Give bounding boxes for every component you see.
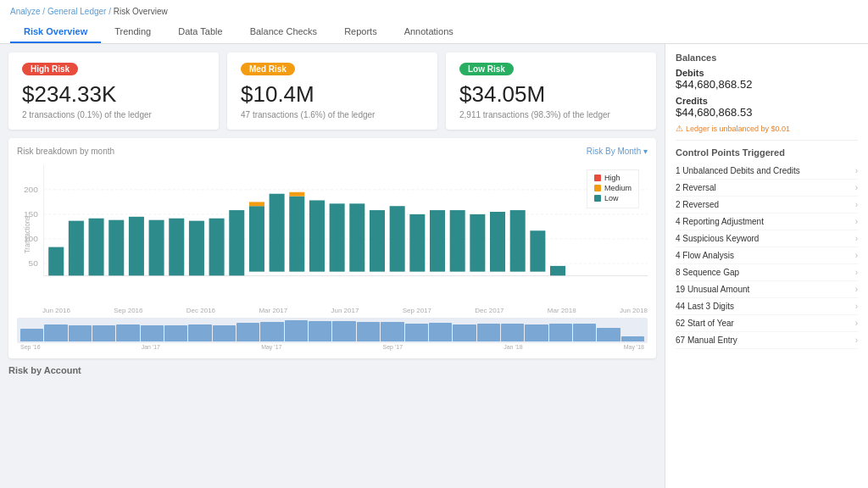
svg-rect-36 [530, 230, 545, 271]
cp-flow[interactable]: 4 Flow Analysis › [676, 247, 858, 264]
control-points-list: 1 Unbalanced Debits and Credits › 2 Reve… [676, 163, 858, 349]
main-content: High Risk $234.33K 2 transactions (0.1%)… [0, 44, 868, 488]
x-label-4: Jun 2017 [331, 307, 359, 314]
credits-value: $44,680,868.53 [676, 106, 858, 119]
control-points-title: Control Points Triggered [676, 147, 858, 158]
x-label-3: Mar 2017 [259, 307, 287, 314]
svg-rect-24 [289, 191, 304, 196]
mini-bar [309, 321, 331, 341]
sidebar-divider [676, 140, 858, 141]
legend-low-label: Low [604, 194, 619, 202]
cp-unbalanced[interactable]: 1 Unbalanced Debits and Credits › [676, 163, 858, 180]
svg-rect-20 [249, 206, 264, 271]
svg-rect-12 [89, 218, 104, 275]
svg-rect-17 [189, 220, 204, 275]
x-label-6: Dec 2017 [475, 307, 504, 314]
low-risk-desc: 2,911 transactions (98.3%) of the ledger [459, 110, 643, 119]
cp-reporting[interactable]: 4 Reporting Adjustment › [676, 214, 858, 230]
cp-reporting-arrow: › [855, 217, 858, 226]
x-label-0: Jun 2016 [42, 307, 70, 314]
debits-row: Debits $44,680,868.52 [676, 68, 858, 91]
svg-rect-35 [510, 210, 526, 272]
svg-rect-15 [149, 219, 164, 275]
credits-label: Credits [676, 96, 858, 106]
svg-rect-32 [450, 210, 465, 272]
mini-bar [260, 322, 283, 341]
high-risk-badge: High Risk [22, 63, 78, 75]
tab-reports[interactable]: Reports [331, 21, 391, 43]
mini-x-labels: Sep '16 Jan '17 May '17 Sep '17 Jan '18 … [17, 343, 648, 350]
mini-bar [357, 322, 380, 341]
cp-unusual[interactable]: 19 Unusual Amount › [676, 281, 858, 298]
svg-rect-31 [430, 210, 445, 272]
svg-rect-28 [370, 210, 385, 272]
cp-reversal-label: 2 Reversal [676, 183, 716, 192]
bar-chart-svg: 200 150 100 50 Transactions [17, 161, 648, 288]
cp-start-year[interactable]: 62 Start of Year › [676, 315, 858, 332]
cp-manual-label: 67 Manual Entry [676, 336, 737, 345]
breadcrumb-general-ledger[interactable]: General Ledger [47, 7, 107, 16]
mini-bar [381, 322, 403, 341]
med-risk-desc: 47 transactions (1.6%) of the ledger [241, 110, 424, 119]
svg-rect-25 [309, 200, 325, 271]
x-label-1: Sep 2016 [114, 307, 142, 314]
cp-reporting-label: 4 Reporting Adjustment [676, 217, 764, 226]
cp-keyword[interactable]: 4 Suspicious Keyword › [676, 230, 858, 247]
cp-reversal[interactable]: 2 Reversal › [676, 180, 858, 197]
svg-rect-16 [169, 218, 184, 275]
cp-sequence[interactable]: 8 Sequence Gap › [676, 264, 858, 281]
cp-last3-label: 44 Last 3 Digits [676, 302, 734, 311]
chart-header: Risk breakdown by month Risk By Month ▾ [17, 147, 648, 156]
tab-trending[interactable]: Trending [101, 21, 164, 43]
tab-data-table[interactable]: Data Table [164, 21, 236, 43]
mini-bar [213, 325, 236, 341]
tab-risk-overview[interactable]: Risk Overview [10, 21, 101, 43]
chart-control-dropdown[interactable]: Risk By Month ▾ [587, 147, 648, 156]
svg-rect-30 [409, 214, 425, 271]
svg-rect-33 [470, 214, 485, 271]
tab-balance-checks[interactable]: Balance Checks [236, 21, 331, 43]
tab-annotations[interactable]: Annotations [391, 21, 467, 43]
high-risk-amount: $234.33K [22, 82, 205, 107]
cp-unusual-arrow: › [855, 285, 858, 294]
cp-reversed[interactable]: 2 Reversed › [676, 197, 858, 214]
mini-x-4: Jan '18 [504, 344, 522, 350]
balances-title: Balances [676, 53, 858, 63]
cp-unusual-label: 19 Unusual Amount [676, 285, 749, 294]
cp-manual-arrow: › [855, 336, 858, 345]
cp-sequence-label: 8 Sequence Gap [676, 268, 739, 277]
x-label-5: Sep 2017 [403, 307, 431, 314]
svg-rect-22 [270, 193, 285, 271]
legend-medium-dot [594, 185, 601, 191]
svg-rect-34 [490, 212, 505, 272]
cp-start-year-label: 62 Start of Year [676, 319, 734, 328]
low-risk-badge: Low Risk [459, 63, 514, 75]
left-panel: High Risk $234.33K 2 transactions (0.1%)… [0, 44, 665, 488]
ledger-warning-text: Ledger is unbalanced by $0.01 [686, 125, 790, 133]
right-sidebar: Balances Debits $44,680,868.52 Credits $… [665, 44, 868, 488]
cp-flow-label: 4 Flow Analysis [676, 251, 734, 260]
mini-x-5: May '18 [624, 344, 644, 350]
svg-rect-10 [48, 247, 64, 275]
top-bar: Analyze / General Ledger / Risk Overview… [0, 0, 868, 44]
legend-medium-label: Medium [604, 184, 632, 192]
chart-title: Risk breakdown by month [17, 147, 114, 156]
svg-rect-23 [289, 196, 304, 271]
svg-rect-18 [209, 218, 225, 275]
cp-last3[interactable]: 44 Last 3 Digits › [676, 298, 858, 315]
cp-reversal-arrow: › [855, 183, 858, 192]
svg-text:50: 50 [29, 258, 38, 267]
mini-bar [92, 325, 115, 341]
mini-chart[interactable] [17, 318, 648, 343]
mini-bar [573, 324, 596, 341]
cp-start-year-arrow: › [855, 319, 858, 328]
cp-unbalanced-arrow: › [855, 166, 858, 175]
breadcrumb-analyze[interactable]: Analyze [10, 7, 41, 16]
cp-manual[interactable]: 67 Manual Entry › [676, 332, 858, 349]
mini-bar [501, 324, 524, 341]
med-risk-card: Med Risk $10.4M 47 transactions (1.6%) o… [227, 53, 437, 130]
chart-legend: High Medium Low [587, 169, 639, 208]
svg-rect-14 [129, 216, 144, 275]
mini-bar [164, 325, 187, 341]
cp-keyword-arrow: › [855, 234, 858, 243]
